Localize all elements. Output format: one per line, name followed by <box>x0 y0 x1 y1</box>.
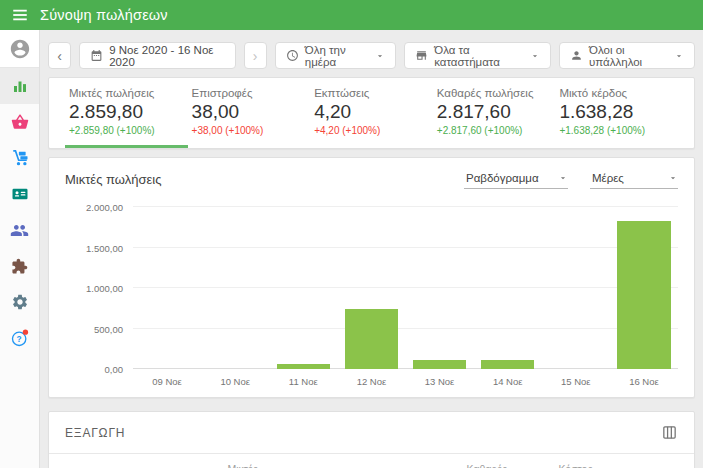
puzzle-icon <box>11 258 28 275</box>
chevron-left-icon: ‹ <box>57 49 62 63</box>
x-axis-label: 15 Νοε <box>542 376 610 387</box>
handtruck-icon <box>11 149 29 167</box>
stat-card-4[interactable]: Μικτό κέρδος1.638,28+1.638,28 (+100%) <box>555 87 678 148</box>
sidebar: ? <box>0 30 40 468</box>
column-header-1[interactable]: Μικτές πωλήσεις <box>186 463 257 468</box>
page-title: Σύνοψη πωλήσεων <box>40 7 168 23</box>
stat-delta: +2.817,60 (+100%) <box>437 125 550 136</box>
x-axis-label: 13 Νοε <box>406 376 474 387</box>
svg-text:?: ? <box>16 334 21 344</box>
chart-type-value: Ραβδόγραμμα <box>466 172 539 184</box>
stat-card-1[interactable]: Επιστροφές38,00+38,00 (+100%) <box>188 87 311 148</box>
bar-slot-10 Νοε <box>201 207 269 369</box>
chart-panel: Μικτές πωλήσεις Ραβδόγραμμα Μέρες 0,0050… <box>48 157 695 398</box>
chart-period-select[interactable]: Μέρες <box>590 170 678 189</box>
prev-period-button[interactable]: ‹ <box>48 42 71 69</box>
stat-delta: +4,20 (+100%) <box>314 125 427 136</box>
bar-slot-15 Νοε <box>542 207 610 369</box>
chart-type-select[interactable]: Ραβδόγραμμα <box>464 170 568 189</box>
stats-summary: Μικτές πωλήσεις2.859,80+2.859,80 (+100%)… <box>48 77 695 149</box>
stat-delta: +1.638,28 (+100%) <box>559 125 672 136</box>
stat-value: 1.638,28 <box>559 101 672 123</box>
stat-value: 4,20 <box>314 101 427 123</box>
stat-label: Επιστροφές <box>192 87 305 99</box>
bar-slot-12 Νοε <box>337 207 405 369</box>
stat-card-2[interactable]: Εκπτώσεις4,20+4,20 (+100%) <box>310 87 433 148</box>
stat-label: Μικτό κέρδος <box>559 87 672 99</box>
column-header-5[interactable]: Κόστος προϊόντων <box>521 463 592 468</box>
table-header-row: ΗμερομηνίαΜικτές πωλήσειςΕπιστροφέςΕκπτώ… <box>49 454 694 468</box>
stat-delta: +2.859,80 (+100%) <box>69 125 182 136</box>
chart-period-value: Μέρες <box>592 172 624 184</box>
y-axis-tick: 1.500,00 <box>65 242 123 253</box>
stat-label: Μικτές πωλήσεις <box>69 87 182 99</box>
bar-chart-icon <box>11 77 29 95</box>
date-range-button[interactable]: 9 Νοε 2020 - 16 Νοε 2020 <box>79 42 235 69</box>
chevron-down-icon <box>375 51 385 61</box>
bar-slot-16 Νοε <box>610 207 678 369</box>
stores-filter-dropdown[interactable]: Όλα τα καταστήματα <box>404 42 551 69</box>
bar-slot-14 Νοε <box>474 207 542 369</box>
person-icon <box>570 49 583 62</box>
stat-value: 2.817,60 <box>437 101 550 123</box>
sidebar-item-settings[interactable] <box>0 284 39 320</box>
bar-slot-13 Νοε <box>406 207 474 369</box>
sidebar-item-items[interactable] <box>0 104 39 140</box>
x-axis-label: 16 Νοε <box>610 376 678 387</box>
stat-label: Εκπτώσεις <box>314 87 427 99</box>
sidebar-item-inventory[interactable] <box>0 140 39 176</box>
next-period-button[interactable]: › <box>244 42 267 69</box>
bar-16 Νοε[interactable] <box>617 221 670 369</box>
x-axis-label: 10 Νοε <box>201 376 269 387</box>
store-icon <box>415 49 428 62</box>
chevron-right-icon: › <box>253 49 258 63</box>
x-axis-label: 14 Νοε <box>474 376 542 387</box>
sidebar-item-customers[interactable] <box>0 212 39 248</box>
export-button[interactable]: ΕΞΑΓΩΓΗ <box>65 426 125 440</box>
avatar-icon <box>9 38 31 60</box>
badge-icon <box>11 185 29 203</box>
bar-slot-11 Νοε <box>269 207 337 369</box>
bar-13 Νοε[interactable] <box>413 360 466 369</box>
basket-icon <box>11 113 29 131</box>
y-axis-tick: 2.000,00 <box>65 202 123 213</box>
chevron-down-icon <box>558 173 568 183</box>
chevron-down-icon <box>530 51 540 61</box>
top-bar: Σύνοψη πωλήσεων <box>0 0 703 30</box>
x-axis-label: 09 Νοε <box>133 376 201 387</box>
time-filter-dropdown[interactable]: Όλη την ημέρα <box>275 42 396 69</box>
clock-icon <box>286 49 299 62</box>
employees-filter-dropdown[interactable]: Όλοι οι υπάλληλοι <box>559 42 695 69</box>
bar-12 Νοε[interactable] <box>345 309 398 369</box>
columns-icon[interactable] <box>661 424 678 441</box>
time-filter-label: Όλη την ημέρα <box>305 44 367 68</box>
sidebar-item-reports[interactable] <box>0 68 39 104</box>
x-axis-label: 12 Νοε <box>337 376 405 387</box>
help-icon: ? <box>10 328 30 348</box>
stat-card-3[interactable]: Καθαρές πωλήσεις2.817,60+2.817,60 (+100%… <box>433 87 556 148</box>
gear-icon <box>11 293 29 311</box>
chevron-down-icon <box>674 51 684 61</box>
sidebar-item-employees[interactable] <box>0 176 39 212</box>
filter-bar: ‹ 9 Νοε 2020 - 16 Νοε 2020 › Όλη την ημέ… <box>48 42 695 69</box>
bar-11 Νοε[interactable] <box>277 364 330 369</box>
sidebar-item-apps[interactable] <box>0 248 39 284</box>
bars-container <box>133 207 678 369</box>
sidebar-item-account[interactable] <box>0 30 39 68</box>
chart-title: Μικτές πωλήσεις <box>65 170 161 187</box>
app-window: Σύνοψη πωλήσεων <box>0 0 703 468</box>
hamburger-icon <box>11 6 29 24</box>
stat-value: 38,00 <box>192 101 305 123</box>
people-icon <box>10 221 29 240</box>
x-axis-label: 11 Νοε <box>269 376 337 387</box>
sidebar-item-help[interactable]: ? <box>0 320 39 356</box>
column-header-4[interactable]: Καθαρές πωλήσεις <box>436 463 507 468</box>
hamburger-menu-button[interactable] <box>0 0 40 30</box>
stat-card-0[interactable]: Μικτές πωλήσεις2.859,80+2.859,80 (+100%) <box>65 87 188 148</box>
bar-14 Νοε[interactable] <box>481 360 534 369</box>
export-panel: ΕΞΑΓΩΓΗ ΗμερομηνίαΜικτές πωλήσειςΕπιστρο… <box>48 411 695 468</box>
employees-filter-label: Όλοι οι υπάλληλοι <box>589 44 666 68</box>
date-range-label: 9 Νοε 2020 - 16 Νοε 2020 <box>109 44 224 68</box>
stat-label: Καθαρές πωλήσεις <box>437 87 550 99</box>
main-content: ‹ 9 Νοε 2020 - 16 Νοε 2020 › Όλη την ημέ… <box>40 30 703 468</box>
